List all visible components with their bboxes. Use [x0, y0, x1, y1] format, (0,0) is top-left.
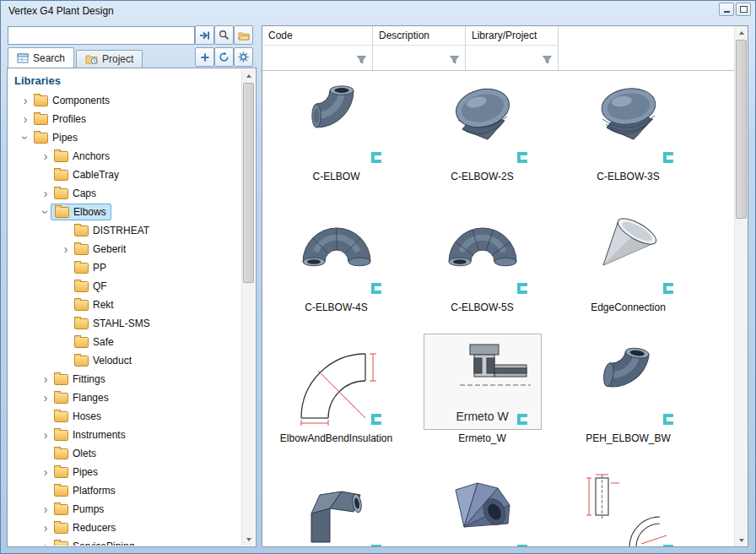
- refresh-button[interactable]: [214, 47, 234, 67]
- grid-item-c-elbow-4s[interactable]: C-ELBOW-4S: [263, 201, 409, 332]
- folder-icon: [74, 300, 89, 311]
- title-bar[interactable]: Vertex G4 Plant Design: [0, 0, 756, 24]
- chevron-right-icon[interactable]: [39, 428, 52, 442]
- grid-item-elbowandbendinsulation[interactable]: ElbowAndBendInsulation: [263, 332, 409, 463]
- library-button[interactable]: [234, 25, 253, 45]
- filter-funnel-icon[interactable]: [355, 53, 368, 66]
- chevron-right-icon[interactable]: [39, 372, 52, 386]
- settings-button[interactable]: [234, 47, 253, 67]
- folder-icon: [74, 318, 89, 329]
- column-header-description[interactable]: Description: [373, 26, 466, 70]
- folder-icon: [54, 188, 68, 199]
- tab-search-label: Search: [33, 52, 65, 64]
- tree-item-pp[interactable]: PP: [8, 258, 242, 277]
- libraries-heading: Libraries: [14, 74, 242, 87]
- grid-item-c-elbow-5s[interactable]: C-ELBOW-5S: [409, 201, 555, 332]
- grid-item-label: C-ELBOW-5S: [411, 301, 554, 313]
- scroll-up-button[interactable]: [735, 26, 748, 39]
- gear-icon: [238, 52, 249, 62]
- chevron-right-icon[interactable]: [39, 465, 52, 479]
- chevron-down-icon[interactable]: [19, 131, 32, 144]
- tree-item-qf[interactable]: QF: [8, 277, 242, 296]
- minimize-button[interactable]: [719, 3, 734, 16]
- component-badge-icon: [517, 545, 528, 546]
- tab-project[interactable]: Project: [76, 50, 143, 68]
- tree-item-flanges[interactable]: Flanges: [8, 388, 242, 407]
- column-header-library-project[interactable]: Library/Project: [466, 26, 559, 70]
- chevron-right-icon[interactable]: [39, 540, 52, 546]
- tree-item-stahl-sms[interactable]: STAHL-SMS: [8, 314, 242, 333]
- tree-item-veloduct[interactable]: Veloduct: [8, 351, 242, 370]
- component-badge-icon: [517, 414, 528, 425]
- elbow-drawing-icon: [293, 340, 381, 429]
- filter-funnel-icon[interactable]: [448, 53, 461, 66]
- chevron-right-icon[interactable]: [59, 242, 73, 256]
- chevron-right-icon[interactable]: [39, 149, 52, 163]
- scrollbar-thumb[interactable]: [243, 83, 254, 283]
- folder-icon: [74, 281, 89, 292]
- scroll-down-button[interactable]: [735, 534, 748, 546]
- tree-selection[interactable]: Elbows: [51, 204, 111, 220]
- restore-button[interactable]: [736, 3, 751, 16]
- grid-item-c-elbow-2s[interactable]: C-ELBOW-2S: [409, 70, 555, 201]
- chevron-right-icon[interactable]: [19, 94, 32, 107]
- tree-item-fittings[interactable]: Fittings: [8, 370, 242, 388]
- scrollbar-thumb[interactable]: [736, 40, 747, 219]
- tree-item-cabletray[interactable]: CableTray: [8, 166, 242, 184]
- grid-item-c-elbow-3s[interactable]: C-ELBOW-3S: [555, 70, 701, 201]
- tree-item-platforms[interactable]: Platforms: [8, 481, 242, 500]
- add-button[interactable]: [195, 47, 214, 67]
- go-button[interactable]: [195, 25, 214, 45]
- tree-item-instruments[interactable]: Instruments: [8, 426, 242, 444]
- grid-item-segmented-elbow[interactable]: [409, 463, 555, 546]
- chevron-right-icon[interactable]: [39, 187, 52, 200]
- grid-scrollbar[interactable]: [734, 26, 748, 546]
- search-button[interactable]: [214, 25, 234, 45]
- tree-item-servicepiping[interactable]: ServicePiping: [8, 537, 242, 546]
- grid-item-c-elbow[interactable]: C-ELBOW: [263, 70, 409, 201]
- library-search-input[interactable]: [8, 26, 195, 45]
- tree-item-geberit[interactable]: Geberit: [8, 240, 242, 258]
- grid-item-ermeto-w[interactable]: Ermeto W Ermeto_W: [409, 332, 555, 463]
- grid-item-mitred-elbow[interactable]: [263, 463, 409, 546]
- tree-item-caps[interactable]: Caps: [8, 184, 242, 203]
- search-tab-icon: [17, 53, 29, 63]
- grid-item-elbow-drawing-2[interactable]: [555, 463, 701, 546]
- component-badge-icon: [371, 283, 382, 294]
- tree-item-pipes[interactable]: Pipes: [8, 128, 242, 147]
- tab-search[interactable]: Search: [8, 47, 74, 68]
- tree-item-rekt[interactable]: Rekt: [8, 296, 242, 314]
- folder-icon: [54, 151, 68, 162]
- filter-funnel-icon[interactable]: [541, 53, 554, 66]
- scroll-down-button[interactable]: [242, 533, 255, 546]
- tree-item-pumps[interactable]: Pumps: [8, 500, 242, 519]
- tree-item-profiles[interactable]: Profiles: [8, 110, 242, 128]
- grid-header: Code Description Library/Project: [262, 26, 734, 71]
- elbow-3d-icon: [440, 209, 525, 284]
- chevron-right-icon[interactable]: [39, 391, 52, 405]
- tree-item-pipes-sub[interactable]: Pipes: [8, 463, 242, 481]
- tree-item-components[interactable]: Components: [8, 91, 242, 110]
- chevron-right-icon[interactable]: [39, 521, 52, 535]
- folder-icon: [34, 114, 48, 125]
- tree-item-olets[interactable]: Olets: [8, 444, 242, 463]
- chevron-right-icon[interactable]: [39, 502, 52, 516]
- tree-item-reducers[interactable]: Reducers: [8, 519, 242, 537]
- column-header-code[interactable]: Code: [262, 26, 373, 70]
- tree-item-hoses[interactable]: Hoses: [8, 407, 242, 426]
- tree-item-distrheat[interactable]: DISTRHEAT: [8, 221, 242, 240]
- grid-item-peh-elbow-bw[interactable]: PEH_ELBOW_BW: [555, 332, 701, 463]
- tree-item-anchors[interactable]: Anchors: [8, 147, 242, 166]
- scroll-up-button[interactable]: [242, 69, 255, 82]
- folder-icon: [34, 95, 48, 106]
- arrow-up-icon: [246, 74, 251, 78]
- chevron-right-icon[interactable]: [19, 112, 32, 126]
- tree-scrollbar[interactable]: [241, 69, 255, 546]
- folder-icon: [55, 207, 69, 218]
- grid-item-label: ElbowAndBendInsulation: [265, 432, 408, 444]
- grid-item-edgeconnection[interactable]: EdgeConnection: [555, 201, 701, 332]
- component-badge-icon: [371, 414, 382, 425]
- tree-item-elbows[interactable]: Elbows: [8, 203, 242, 221]
- tree-item-safe[interactable]: Safe: [8, 333, 242, 351]
- elbow-3d-icon: [294, 79, 379, 157]
